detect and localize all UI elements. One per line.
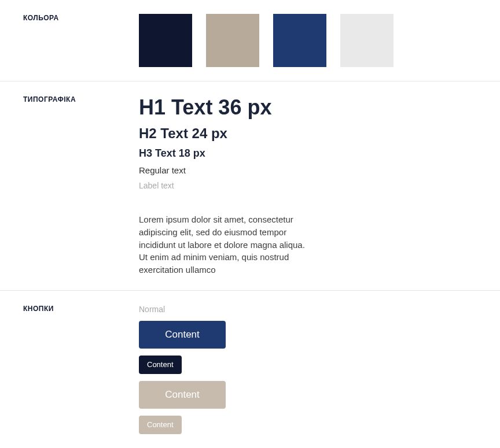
section-title-buttons: КНОПКИ: [23, 305, 139, 448]
section-title-typography: ТИПОГРАФІКА: [23, 95, 139, 276]
section-colors: КОЛЬОРА: [0, 0, 500, 82]
paragraph-sample: Lorem ipsum dolor sit amet, consectetur …: [139, 213, 312, 276]
primary-button-sm[interactable]: Content: [139, 356, 182, 374]
swatch-row: [139, 14, 477, 67]
button-state-label: Normal: [139, 305, 477, 314]
secondary-button-sm[interactable]: Content: [139, 416, 182, 434]
swatch-light: [340, 14, 394, 67]
section-buttons: КНОПКИ NormalContentContentContentConten…: [0, 291, 500, 448]
h2-sample: H2 Text 24 px: [139, 125, 477, 142]
swatch-navy: [139, 14, 192, 67]
section-title-colors: КОЛЬОРА: [23, 14, 139, 67]
secondary-button-lg[interactable]: Content: [139, 381, 226, 409]
regular-sample: Regular text: [139, 165, 477, 175]
swatch-beige: [206, 14, 259, 67]
primary-button-lg[interactable]: Content: [139, 321, 226, 349]
h1-sample: H1 Text 36 px: [139, 95, 477, 120]
button-state-column: NormalContentContentContentContent: [139, 305, 477, 434]
swatch-blue: [273, 14, 326, 67]
type-examples: H1 Text 36 px H2 Text 24 px H3 Text 18 p…: [139, 95, 477, 190]
section-typography: ТИПОГРАФІКА H1 Text 36 px H2 Text 24 px …: [0, 82, 500, 291]
h3-sample: H3 Text 18 px: [139, 147, 477, 160]
label-sample: Label text: [139, 181, 477, 190]
